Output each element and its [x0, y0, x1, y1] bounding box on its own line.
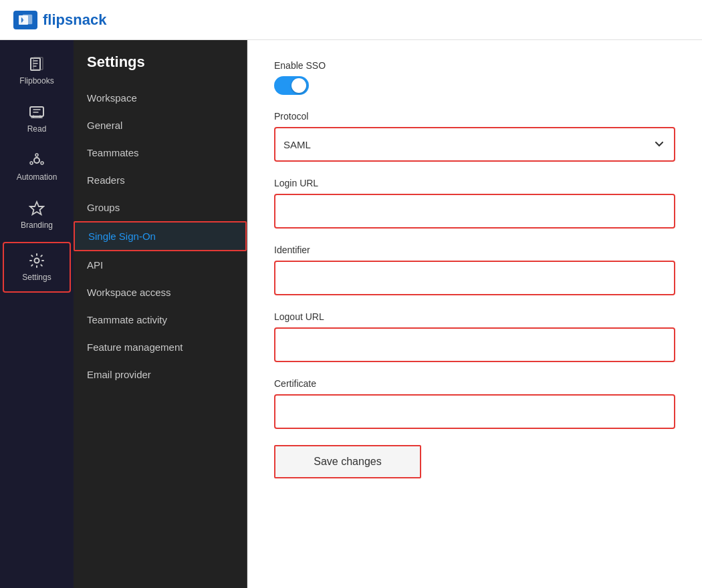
logout-url-group: Logout URL: [274, 311, 675, 362]
main-layout: Flipbooks Read Automation: [0, 40, 702, 588]
far-left-nav: Flipbooks Read Automation: [0, 40, 74, 588]
logout-url-label: Logout URL: [274, 311, 675, 322]
svg-rect-4: [30, 107, 43, 116]
svg-point-7: [41, 162, 43, 164]
svg-point-5: [34, 158, 39, 163]
svg-marker-9: [30, 202, 43, 214]
settings-nav-teammate-activity[interactable]: Teammate activity: [74, 306, 247, 333]
login-url-input[interactable]: [274, 194, 675, 229]
automation-nav-icon: [29, 152, 45, 168]
identifier-input[interactable]: [274, 261, 675, 295]
svg-rect-1: [23, 15, 32, 24]
certificate-label: Certificate: [274, 378, 675, 389]
svg-point-8: [30, 162, 33, 164]
toggle-container: [274, 76, 675, 95]
save-btn-container: Save changes: [274, 445, 675, 478]
read-label: Read: [27, 124, 47, 134]
nav-item-read[interactable]: Read: [0, 95, 74, 143]
automation-label: Automation: [17, 172, 57, 182]
svg-point-6: [35, 154, 38, 156]
settings-title: Settings: [74, 53, 247, 84]
protocol-select[interactable]: SAML OIDC: [274, 127, 675, 162]
login-url-group: Login URL: [274, 178, 675, 229]
settings-nav-sso[interactable]: Single Sign-On: [74, 221, 247, 251]
settings-nav-feature-management[interactable]: Feature management: [74, 333, 247, 361]
nav-item-branding[interactable]: Branding: [0, 191, 74, 239]
logo: flipsnack: [13, 11, 106, 29]
svg-point-10: [35, 259, 39, 263]
protocol-label: Protocol: [274, 111, 675, 122]
enable-sso-label: Enable SSO: [274, 60, 675, 71]
nav-item-automation[interactable]: Automation: [0, 143, 74, 191]
nav-item-flipbooks[interactable]: Flipbooks: [0, 47, 74, 95]
settings-nav-general[interactable]: General: [74, 112, 247, 139]
sso-toggle[interactable]: [274, 76, 309, 95]
certificate-input[interactable]: [274, 394, 675, 429]
settings-nav-workspace[interactable]: Workspace: [74, 84, 247, 112]
logo-text: flipsnack: [43, 11, 106, 29]
certificate-group: Certificate: [274, 378, 675, 429]
settings-nav-workspace-access[interactable]: Workspace access: [74, 279, 247, 306]
save-changes-button[interactable]: Save changes: [274, 445, 421, 478]
settings-nav-teammates[interactable]: Teammates: [74, 139, 247, 166]
branding-label: Branding: [21, 220, 53, 230]
settings-nav-email-provider[interactable]: Email provider: [74, 361, 247, 388]
book-nav-icon: [29, 56, 45, 72]
login-url-label: Login URL: [274, 178, 675, 188]
settings-nav-readers[interactable]: Readers: [74, 166, 247, 194]
identifier-group: Identifier: [274, 245, 675, 295]
flipbooks-label: Flipbooks: [19, 76, 53, 86]
svg-rect-2: [31, 58, 40, 70]
toggle-slider: [274, 76, 309, 95]
logo-icon: [13, 11, 37, 29]
settings-nav-api[interactable]: API: [74, 251, 247, 279]
read-nav-icon: [29, 104, 45, 120]
settings-nav-groups[interactable]: Groups: [74, 194, 247, 221]
settings-label: Settings: [22, 273, 51, 282]
enable-sso-section: Enable SSO: [274, 60, 675, 95]
identifier-label: Identifier: [274, 245, 675, 255]
logout-url-input[interactable]: [274, 327, 675, 362]
nav-item-settings[interactable]: Settings: [3, 242, 71, 293]
settings-nav-icon: [29, 253, 45, 269]
branding-nav-icon: [29, 200, 45, 216]
app-header: flipsnack: [0, 0, 702, 40]
settings-sidebar: Settings Workspace General Teammates Rea…: [74, 40, 247, 588]
protocol-group: Protocol SAML OIDC: [274, 111, 675, 162]
content-area: Enable SSO Protocol SAML OIDC Login URL …: [247, 40, 702, 588]
